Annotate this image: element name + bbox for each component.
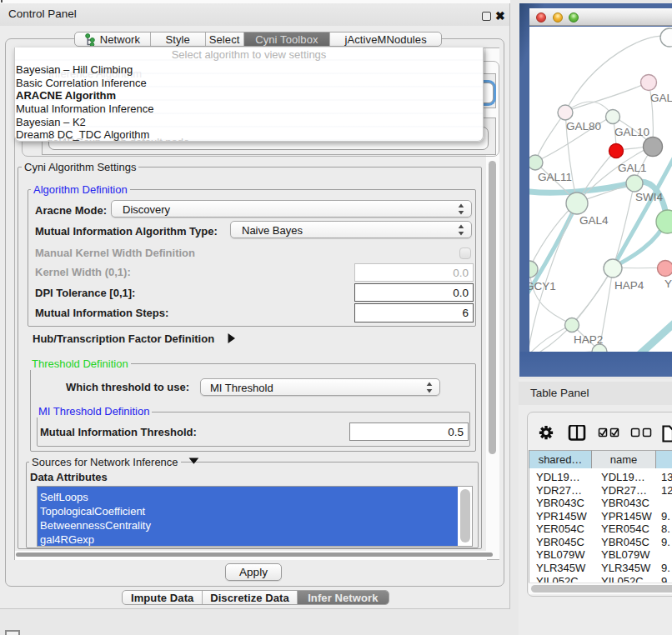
svg-text:Y: Y — [664, 278, 672, 290]
svg-text:GAL80: GAL80 — [566, 120, 601, 132]
svg-text:GAL10: GAL10 — [614, 126, 649, 138]
svg-text:GAL11: GAL11 — [538, 171, 572, 183]
svg-text:GAL4: GAL4 — [579, 214, 609, 227]
svg-text:GCY1: GCY1 — [529, 280, 556, 292]
svg-text:GAL1: GAL1 — [618, 162, 647, 174]
svg-text:SWI4: SWI4 — [635, 191, 663, 203]
svg-text:HAP2: HAP2 — [574, 333, 603, 346]
svg-text:GAL: GAL — [650, 92, 672, 104]
svg-text:HAP4: HAP4 — [614, 279, 644, 292]
